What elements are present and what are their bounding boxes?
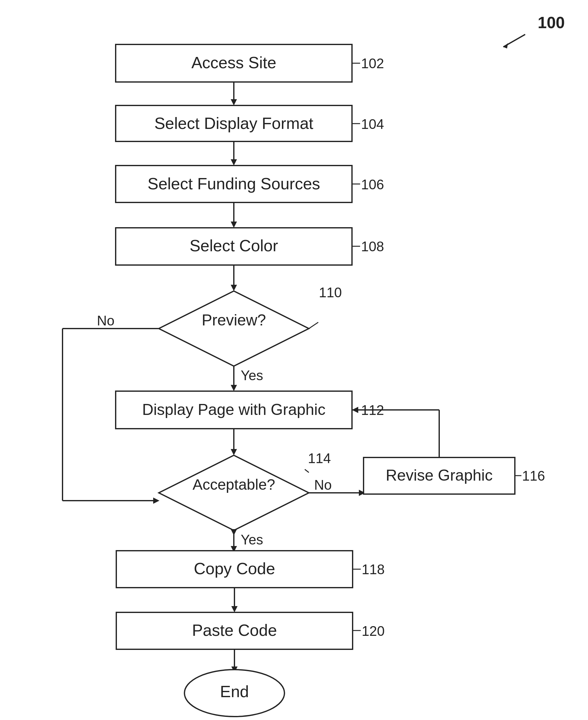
ref-110: 110 (319, 285, 342, 300)
svg-line-24 (305, 469, 309, 473)
revise-graphic-label: Revise Graphic (386, 466, 493, 484)
acceptable-diamond (159, 455, 309, 531)
ref-120: 120 (362, 623, 384, 639)
ref-102: 102 (361, 56, 384, 71)
svg-marker-13 (231, 285, 237, 291)
paste-code-label: Paste Code (192, 621, 277, 639)
acceptable-label: Acceptable? (193, 476, 275, 493)
svg-marker-16 (231, 385, 237, 391)
svg-marker-4 (231, 99, 237, 105)
access-site-label: Access Site (191, 54, 276, 72)
flowchart-diagram: 100 Access Site 102 Select Display Forma… (0, 0, 588, 720)
svg-marker-23 (231, 449, 237, 455)
end-label: End (220, 682, 249, 701)
ref-104: 104 (361, 116, 384, 132)
select-color-label: Select Color (189, 237, 278, 255)
svg-marker-10 (231, 222, 237, 228)
svg-marker-30 (352, 407, 358, 413)
no-label-acceptable: No (314, 477, 332, 493)
yes-label-acceptable: Yes (241, 532, 263, 547)
yes-label-preview: Yes (241, 368, 263, 383)
svg-marker-20 (153, 498, 160, 504)
ref-108: 108 (361, 239, 384, 254)
svg-marker-7 (231, 159, 237, 165)
display-page-label: Display Page with Graphic (142, 401, 326, 418)
ref-118: 118 (362, 562, 384, 577)
ref-114: 114 (308, 451, 331, 466)
svg-line-14 (309, 322, 318, 328)
preview-label: Preview? (202, 311, 266, 329)
ref-116: 116 (522, 468, 545, 483)
ref-106: 106 (361, 177, 384, 192)
select-display-format-label: Select Display Format (154, 114, 314, 132)
ref-100: 100 (538, 14, 565, 32)
no-label-preview: No (97, 313, 114, 328)
svg-marker-38 (231, 606, 237, 612)
select-funding-sources-label: Select Funding Sources (148, 175, 320, 193)
copy-code-label: Copy Code (194, 559, 275, 578)
